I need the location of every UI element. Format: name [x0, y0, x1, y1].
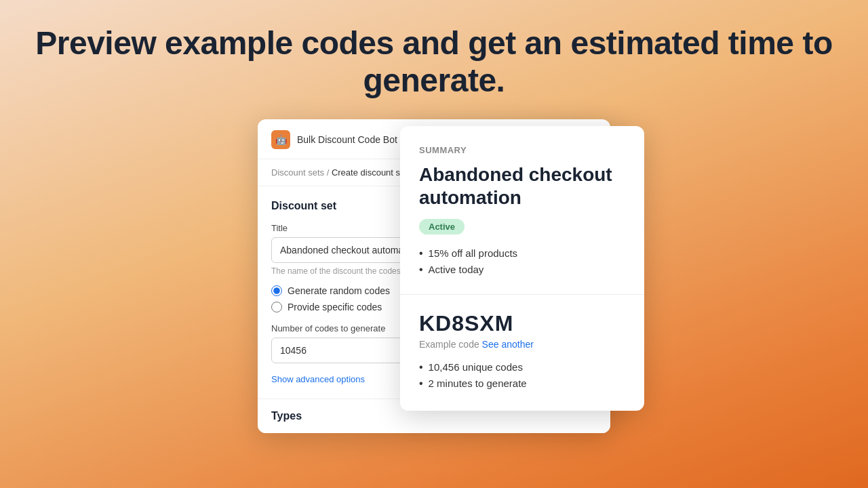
example-list: 10,456 unique codes 2 minutes to generat…: [419, 359, 625, 392]
see-another-link[interactable]: See another: [482, 339, 534, 350]
breadcrumb-separator: /: [327, 167, 332, 178]
radio-provide-label: Provide specific codes: [288, 302, 382, 312]
summary-label: Summary: [419, 145, 625, 155]
breadcrumb-parent[interactable]: Discount sets: [271, 167, 324, 178]
example-label: Example code See another: [419, 339, 625, 350]
example-item-time: 2 minutes to generate: [419, 375, 625, 392]
summary-item-active: Active today: [419, 262, 625, 278]
summary-card: Summary Abandoned checkout automation Ac…: [400, 126, 644, 410]
summary-section: Summary Abandoned checkout automation Ac…: [400, 126, 644, 294]
summary-list: 15% off all products Active today: [419, 245, 625, 278]
example-item-time-text: 2 minutes to generate: [429, 378, 527, 389]
hero-title: Preview example codes and get an estimat…: [0, 0, 868, 119]
example-section: KD8SXM Example code See another 10,456 u…: [400, 295, 644, 411]
active-badge: Active: [419, 219, 465, 235]
app-name: Bulk Discount Code Bot: [297, 134, 397, 145]
summary-item-discount: 15% off all products: [419, 245, 625, 262]
summary-item-discount-text: 15% off all products: [429, 247, 517, 259]
example-code: KD8SXM: [419, 311, 625, 336]
breadcrumb-current: Create discount set: [332, 167, 408, 178]
example-item-codes-text: 10,456 unique codes: [429, 361, 523, 373]
radio-generate-input[interactable]: [271, 285, 282, 296]
example-label-text: Example code: [419, 339, 479, 350]
summary-item-active-text: Active today: [429, 264, 484, 275]
automation-title: Abandoned checkout automation: [419, 163, 625, 209]
types-title: Types: [271, 410, 597, 422]
app-icon: 🤖: [271, 130, 290, 149]
radio-generate-label: Generate random codes: [288, 285, 390, 296]
advanced-options-link[interactable]: Show advanced options: [271, 374, 365, 384]
example-item-codes: 10,456 unique codes: [419, 359, 625, 375]
radio-provide-input[interactable]: [271, 302, 282, 312]
